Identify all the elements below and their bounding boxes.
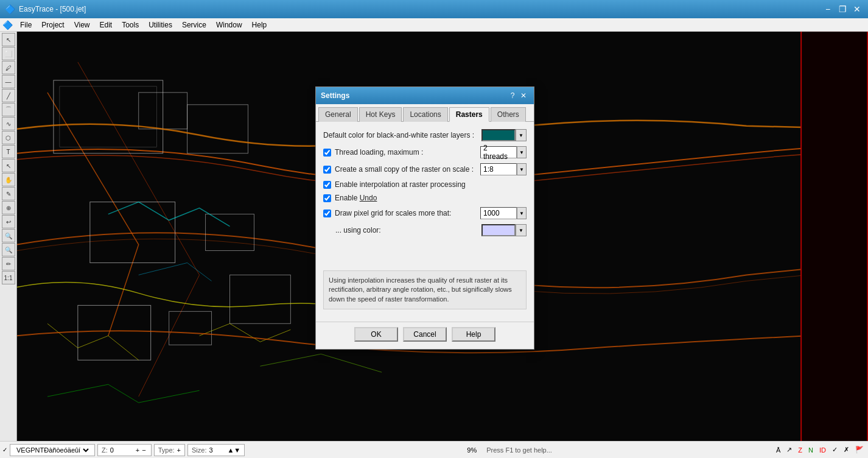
tab-rasters[interactable]: Rasters bbox=[449, 107, 489, 122]
thread-loading-label: Thread loading, maximum : bbox=[335, 148, 423, 157]
interpolation-checkbox[interactable] bbox=[323, 181, 331, 189]
tool-7[interactable]: ⬡ bbox=[2, 131, 15, 144]
using-color-arrow[interactable]: ▼ bbox=[516, 224, 527, 236]
layer-select[interactable]: VEGPNTÐàñòeóäeûí bbox=[14, 446, 91, 454]
tool-4[interactable]: ╱ bbox=[2, 89, 15, 102]
status-icon-1[interactable]: Ā bbox=[774, 446, 782, 454]
default-color-arrow[interactable]: ▼ bbox=[516, 129, 527, 141]
tool-10[interactable]: ⊕ bbox=[2, 201, 15, 214]
help-button[interactable]: Help bbox=[452, 327, 495, 342]
tool-zoom-out[interactable]: 🔍 bbox=[2, 243, 15, 256]
enable-undo-checkbox[interactable] bbox=[323, 194, 331, 202]
tool-2[interactable]: 🖊 bbox=[2, 61, 15, 74]
default-color-button[interactable] bbox=[481, 129, 516, 141]
info-text: Using interpolation increases the qualit… bbox=[323, 270, 527, 309]
tool-6[interactable]: ∿ bbox=[2, 117, 15, 130]
tab-others[interactable]: Others bbox=[491, 107, 526, 122]
thread-loading-arrow[interactable]: ▼ bbox=[517, 146, 527, 158]
scale-copy-value: 1:8 bbox=[480, 163, 517, 175]
menu-window[interactable]: Window bbox=[211, 19, 247, 30]
tool-11[interactable]: ✏ bbox=[2, 257, 15, 270]
tool-12[interactable]: 1:1 bbox=[2, 271, 15, 284]
spacer bbox=[323, 241, 527, 266]
zoom-percent: 9% bbox=[467, 446, 477, 454]
menu-service[interactable]: Service bbox=[177, 19, 211, 30]
default-color-label: Default color for black-and-white raster… bbox=[323, 131, 481, 139]
status-icon-5[interactable]: ID bbox=[817, 446, 828, 454]
dialog-content: Default color for black-and-white raster… bbox=[316, 122, 534, 322]
menu-project[interactable]: Project bbox=[37, 19, 69, 30]
zoom-label: Z: bbox=[102, 446, 108, 454]
pixel-grid-label: Draw pixel grid for scales more that: bbox=[335, 209, 451, 217]
menu-bar: 🔷 File Project View Edit Tools Utilities… bbox=[0, 18, 868, 32]
layer-icon: ✓ bbox=[2, 446, 7, 453]
undo-underlined: Undo bbox=[360, 194, 377, 202]
left-toolbar: ↖ ⬜ 🖊 — ╱ ⌒ ∿ ⬡ T ↖ ✋ ✎ ⊕ ↩ 🔍 🔍 ✏ 1:1 bbox=[0, 32, 17, 441]
dialog-close-button[interactable]: ✕ bbox=[518, 90, 529, 101]
status-icon-3[interactable]: Z bbox=[796, 446, 804, 454]
status-icon-8[interactable]: 🚩 bbox=[853, 446, 866, 454]
thread-loading-row: Thread loading, maximum : 2 threads ▼ bbox=[323, 146, 527, 158]
settings-dialog: Settings ? ✕ General Hot Keys Locations … bbox=[315, 86, 534, 350]
scale-copy-arrow[interactable]: ▼ bbox=[517, 163, 527, 175]
menu-tools[interactable]: Tools bbox=[117, 19, 144, 30]
thread-loading-value: 2 threads bbox=[480, 146, 517, 158]
using-color-control: ▼ bbox=[481, 224, 527, 236]
type-icon: + bbox=[177, 446, 181, 454]
enable-undo-label: Enable Undo bbox=[335, 194, 377, 202]
tool-9[interactable]: ✎ bbox=[2, 187, 15, 200]
menu-view[interactable]: View bbox=[69, 19, 95, 30]
scale-copy-checkbox[interactable] bbox=[323, 166, 331, 174]
thread-loading-checkbox[interactable] bbox=[323, 149, 331, 157]
tool-zoom-in[interactable]: 🔍 bbox=[2, 229, 15, 242]
zoom-minus[interactable]: − bbox=[141, 446, 147, 454]
interpolation-label: Enable interpolation at raster processin… bbox=[335, 180, 466, 189]
using-color-button[interactable] bbox=[481, 224, 516, 236]
tool-1[interactable]: ⬜ bbox=[2, 47, 15, 60]
tab-hotkeys[interactable]: Hot Keys bbox=[359, 107, 402, 122]
tool-8[interactable]: T bbox=[2, 145, 15, 158]
tool-3[interactable]: — bbox=[2, 75, 15, 88]
status-icon-7[interactable]: ✗ bbox=[842, 446, 851, 454]
status-icon-4[interactable]: N bbox=[807, 446, 815, 454]
using-color-row: ... using color: ▼ bbox=[335, 224, 527, 236]
menu-help[interactable]: Help bbox=[247, 19, 272, 30]
status-icon-2[interactable]: ↗ bbox=[785, 446, 794, 454]
zoom-input[interactable] bbox=[110, 446, 135, 454]
tool-hand[interactable]: ✋ bbox=[2, 173, 15, 186]
restore-button[interactable]: ❐ bbox=[836, 3, 849, 15]
pixel-grid-arrow[interactable]: ▼ bbox=[517, 207, 527, 219]
tool-undo[interactable]: ↩ bbox=[2, 215, 15, 228]
scale-copy-label: Create a small copy of the raster on sca… bbox=[335, 165, 474, 174]
dialog-help-button[interactable]: ? bbox=[507, 90, 518, 101]
size-down[interactable]: ▼ bbox=[234, 446, 240, 454]
status-icon-6[interactable]: ✓ bbox=[830, 446, 839, 454]
dialog-titlebar: Settings ? ✕ bbox=[316, 87, 534, 104]
scale-copy-row: Create a small copy of the raster on sca… bbox=[323, 163, 527, 175]
modal-overlay: Settings ? ✕ General Hot Keys Locations … bbox=[17, 32, 868, 441]
app-icon: 🔷 bbox=[5, 4, 15, 14]
menu-file[interactable]: File bbox=[15, 19, 37, 30]
pixel-grid-checkbox[interactable] bbox=[323, 210, 331, 217]
interpolation-row: Enable interpolation at raster processin… bbox=[323, 180, 527, 189]
enable-undo-row: Enable Undo bbox=[323, 194, 527, 202]
menu-edit[interactable]: Edit bbox=[95, 19, 117, 30]
menu-utilities[interactable]: Utilities bbox=[144, 19, 177, 30]
help-text: Press F1 to get help... bbox=[486, 446, 552, 454]
tab-general[interactable]: General bbox=[318, 107, 358, 122]
zoom-plus[interactable]: + bbox=[135, 446, 141, 454]
status-bar: ✓ VEGPNTÐàñòeóäeûí Z: + − Type: + Size: … bbox=[0, 441, 868, 458]
dialog-buttons: OK Cancel Help bbox=[316, 322, 534, 349]
size-input[interactable] bbox=[209, 446, 227, 454]
size-segment: Size: ▲ ▼ bbox=[187, 444, 245, 456]
tab-locations[interactable]: Locations bbox=[403, 107, 447, 122]
minimize-button[interactable]: − bbox=[822, 3, 834, 15]
ok-button[interactable]: OK bbox=[354, 327, 398, 342]
cancel-button[interactable]: Cancel bbox=[403, 327, 447, 342]
tool-select[interactable]: ↖ bbox=[2, 33, 15, 46]
close-button[interactable]: ✕ bbox=[851, 3, 863, 15]
default-color-row: Default color for black-and-white raster… bbox=[323, 129, 527, 141]
size-up[interactable]: ▲ bbox=[227, 446, 234, 454]
tool-cursor[interactable]: ↖ bbox=[2, 159, 15, 172]
tool-5[interactable]: ⌒ bbox=[2, 103, 15, 116]
